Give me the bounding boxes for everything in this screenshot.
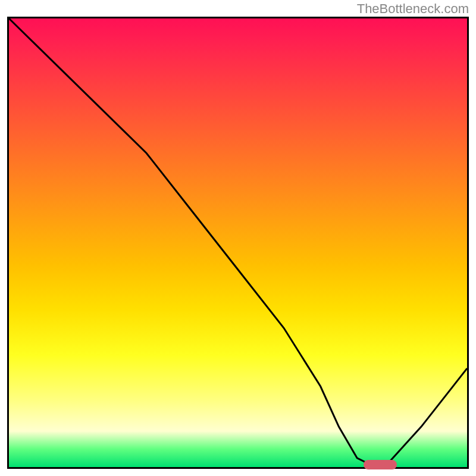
curve-svg xyxy=(9,18,467,467)
chart-area xyxy=(7,17,469,469)
watermark-text: TheBottleneck.com xyxy=(357,1,469,17)
bottleneck-curve xyxy=(9,18,467,467)
optimal-marker xyxy=(364,460,397,469)
